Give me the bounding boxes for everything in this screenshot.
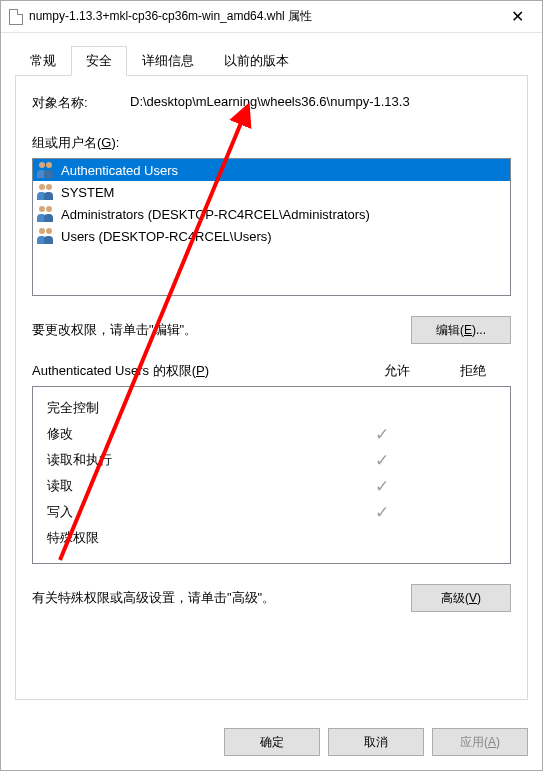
close-icon: ✕ — [511, 9, 524, 25]
list-item-users[interactable]: Users (DESKTOP-RC4RCEL\Users) — [33, 225, 510, 247]
dialog-buttons: 确定 取消 应用(A) — [1, 714, 542, 770]
advanced-row: 有关特殊权限或高级设置，请单击"高级"。 高级(V) — [32, 584, 511, 612]
permissions-box: 完全控制 修改 ✓ 读取和执行 ✓ 读取 ✓ — [32, 386, 511, 564]
list-item-label: SYSTEM — [61, 185, 114, 200]
perm-allow: ✓ — [344, 426, 420, 443]
titlebar-left: numpy-1.13.3+mkl-cp36-cp36m-win_amd64.wh… — [9, 8, 312, 25]
object-name-value: D:\desktop\mLearning\wheels36.6\numpy-1.… — [130, 94, 410, 112]
perm-name: 读取和执行 — [47, 451, 344, 469]
perm-name: 写入 — [47, 503, 344, 521]
perm-name: 完全控制 — [47, 399, 344, 417]
window-title: numpy-1.13.3+mkl-cp36-cp36m-win_amd64.wh… — [29, 8, 312, 25]
perm-row-write: 写入 ✓ — [33, 499, 510, 525]
object-name-row: 对象名称: D:\desktop\mLearning\wheels36.6\nu… — [32, 94, 511, 112]
perm-name: 读取 — [47, 477, 344, 495]
check-icon: ✓ — [375, 477, 389, 496]
file-icon — [9, 9, 23, 25]
close-button[interactable]: ✕ — [495, 2, 540, 32]
check-icon: ✓ — [375, 503, 389, 522]
apply-button[interactable]: 应用(A) — [432, 728, 528, 756]
edit-button[interactable]: 编辑(E)... — [411, 316, 511, 344]
perm-name: 修改 — [47, 425, 344, 443]
perm-row-special: 特殊权限 — [33, 525, 510, 551]
perm-name: 特殊权限 — [47, 529, 344, 547]
perm-allow: ✓ — [344, 452, 420, 469]
advanced-hint-text: 有关特殊权限或高级设置，请单击"高级"。 — [32, 589, 275, 607]
tab-details[interactable]: 详细信息 — [127, 46, 209, 75]
perm-row-read: 读取 ✓ — [33, 473, 510, 499]
perm-row-full-control: 完全控制 — [33, 395, 510, 421]
permissions-title: Authenticated Users 的权限(P) — [32, 362, 359, 380]
users-icon — [37, 184, 55, 200]
perm-allow: ✓ — [344, 504, 420, 521]
tab-previous-versions[interactable]: 以前的版本 — [209, 46, 304, 75]
edit-hint-text: 要更改权限，请单击"编辑"。 — [32, 321, 197, 339]
check-icon: ✓ — [375, 451, 389, 470]
perm-col-allow: 允许 — [359, 362, 435, 380]
perm-row-modify: 修改 ✓ — [33, 421, 510, 447]
groups-label: 组或用户名(G): — [32, 134, 511, 152]
groups-listbox[interactable]: Authenticated Users SYSTEM Administrator… — [32, 158, 511, 296]
tab-security[interactable]: 安全 — [71, 46, 127, 76]
properties-window: numpy-1.13.3+mkl-cp36-cp36m-win_amd64.wh… — [0, 0, 543, 771]
security-panel: 对象名称: D:\desktop\mLearning\wheels36.6\nu… — [15, 75, 528, 700]
perm-col-deny: 拒绝 — [435, 362, 511, 380]
list-item-system[interactable]: SYSTEM — [33, 181, 510, 203]
list-item-authenticated-users[interactable]: Authenticated Users — [33, 159, 510, 181]
list-item-label: Administrators (DESKTOP-RC4RCEL\Administ… — [61, 207, 370, 222]
users-icon — [37, 162, 55, 178]
users-icon — [37, 206, 55, 222]
ok-button[interactable]: 确定 — [224, 728, 320, 756]
titlebar: numpy-1.13.3+mkl-cp36-cp36m-win_amd64.wh… — [1, 1, 542, 33]
content-area: 常规 安全 详细信息 以前的版本 对象名称: D:\desktop\mLearn… — [1, 33, 542, 714]
edit-hint-row: 要更改权限，请单击"编辑"。 编辑(E)... — [32, 316, 511, 344]
tab-strip: 常规 安全 详细信息 以前的版本 — [15, 47, 528, 75]
list-item-label: Authenticated Users — [61, 163, 178, 178]
perm-row-read-execute: 读取和执行 ✓ — [33, 447, 510, 473]
list-item-label: Users (DESKTOP-RC4RCEL\Users) — [61, 229, 272, 244]
advanced-button[interactable]: 高级(V) — [411, 584, 511, 612]
list-item-administrators[interactable]: Administrators (DESKTOP-RC4RCEL\Administ… — [33, 203, 510, 225]
cancel-button[interactable]: 取消 — [328, 728, 424, 756]
object-name-label: 对象名称: — [32, 94, 130, 112]
users-icon — [37, 228, 55, 244]
perm-allow: ✓ — [344, 478, 420, 495]
permissions-header: Authenticated Users 的权限(P) 允许 拒绝 — [32, 362, 511, 380]
check-icon: ✓ — [375, 425, 389, 444]
tab-general[interactable]: 常规 — [15, 46, 71, 75]
